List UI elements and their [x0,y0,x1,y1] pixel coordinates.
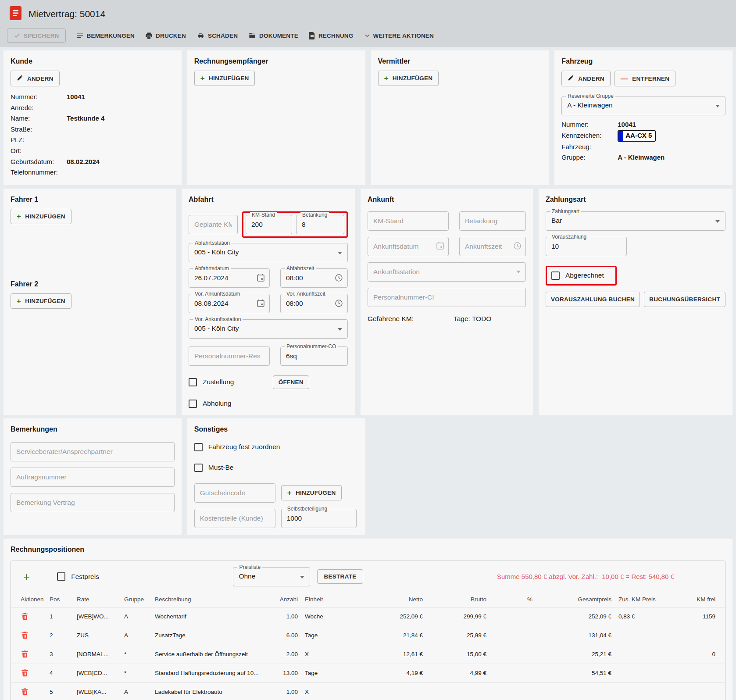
vor-ankunftsstation-select[interactable]: Vor. Ankunftsstation 005 - Köln City [189,319,348,339]
fahrer1-hinzufuegen-button[interactable]: + HINZUFÜGEN [11,209,71,224]
plus-icon: + [200,75,205,82]
folder-icon [248,32,256,39]
rechnungsempfaenger-hinzufuegen-button[interactable]: + HINZUFÜGEN [194,71,255,86]
fahrzeug-aendern-button[interactable]: ÄNDERN [561,71,611,86]
abgerechnet-checkbox-row: Abgerechnet [551,271,604,280]
chevron-down-icon [715,105,720,107]
abgerechnet-checkbox[interactable] [551,271,560,280]
cell-pos: 5 [46,682,73,700]
invoice-icon [309,32,315,39]
zahlungsart-select[interactable]: Zahlungsart Bar [546,211,725,231]
cell-brutto: 299,99 € [426,607,490,626]
cell-prozent [490,664,536,682]
cell-aktionen [11,664,46,682]
preisliste-select[interactable]: Preisliste Ohne [233,567,310,586]
personalnummer-res-input[interactable] [189,346,270,366]
fahrer2-hinzufuegen-button[interactable]: + HINZUFÜGEN [11,293,71,309]
calendar-icon[interactable] [256,273,265,284]
cell-netto [363,682,426,700]
ankunft-km-stand-input[interactable] [368,211,449,231]
cell-pos: 3 [46,645,73,664]
abfahrt-betankung-input[interactable] [297,215,344,234]
minus-icon: — [621,75,628,82]
personalnummer-ci-input[interactable] [368,288,526,307]
selbstbeteiligung-input[interactable] [282,509,356,528]
reservierte-gruppe-select[interactable]: Reservierte Gruppe A - Kleinwagen [561,96,725,115]
personalnummer-co-input[interactable] [281,347,347,365]
trash-icon[interactable] [21,668,29,678]
trash-icon[interactable] [21,631,29,640]
vorauszahlung-buchen-button[interactable]: VORAUSZAHLUNG BUCHEN [546,292,640,307]
column-header-km-frei: KM frei [690,592,725,607]
clock-icon[interactable] [334,273,343,284]
abfahrtsstation-select[interactable]: Abfahrtsstation 005 - Köln City [189,243,348,262]
cell-netto: 12,61 € [363,645,426,664]
cell-gruppe: A [121,626,151,645]
cell-einheit: Woche [301,607,363,626]
fahrzeug-title: Fahrzeug [561,57,725,65]
abholung-checkbox[interactable] [189,400,197,408]
abfahrt-title: Abfahrt [189,196,348,204]
kunde-aendern-button[interactable]: ÄNDERN [11,71,60,86]
kunde-row: PLZ: [11,135,175,146]
vermittler-hinzufuegen-button[interactable]: + HINZUFÜGEN [378,71,439,86]
clock-icon[interactable] [513,241,522,252]
calendar-icon[interactable] [436,241,445,252]
vorauszahlung-input[interactable] [546,237,626,256]
invoice-header-row: AktionenPosRateGruppeBeschreibungAnzahlE… [11,592,725,607]
invoice-row: 5[WEB]KA...ALadekabel für Elektroauto1.0… [11,682,725,700]
ankunft-betankung-input[interactable] [459,211,526,231]
abfahrt-km-stand-input[interactable] [246,215,292,234]
ankunftsstation-select[interactable] [368,262,526,282]
rechnungsempfaenger-title: Rechnungsempfänger [194,57,358,65]
drucken-button[interactable]: DRUCKEN [145,32,186,39]
geplante-km-input[interactable] [189,215,238,234]
save-button[interactable]: SPEICHERN [7,29,66,43]
festpreis-row: Festpreis [57,572,99,581]
must-be-checkbox[interactable] [194,464,203,472]
trash-icon[interactable] [21,687,29,697]
cell-gruppe: A [121,607,151,626]
trash-icon[interactable] [21,612,29,621]
auftragsnummer-input[interactable] [11,468,175,487]
column-header-zus-km-preis: Zus. KM Preis [615,592,690,607]
bestrate-button[interactable]: BESTRATE [317,569,363,584]
column-header-beschreibung: Beschreibung [151,592,274,607]
serviceberater-input[interactable] [11,442,175,461]
chevron-down-icon [300,576,304,579]
zustellung-checkbox[interactable] [189,378,197,386]
cell-pos: 1 [46,607,73,626]
abholung-checkbox-row: Abholung [189,400,232,408]
abfahrt-card: Abfahrt KM-Stand Betankung Abfahrtsstati… [182,189,355,415]
bemerkung-vertrag-input[interactable] [11,493,175,512]
buchungsuebersicht-button[interactable]: BUCHUNGSÜBERSICHT [644,292,725,307]
fahrzeug-fest-zuordnen-checkbox[interactable] [194,443,203,451]
bemerkungen-button[interactable]: BEMERKUNGEN [76,32,135,39]
zahlungsart-title: Zahlungsart [546,196,725,204]
cell-rate: [WEB]KA... [73,682,121,700]
dokumente-button[interactable]: DOKUMENTE [248,32,298,39]
schaeden-button[interactable]: SCHÄDEN [197,32,238,39]
cell-rate: [WEB]CD... [73,664,121,682]
car-damage-icon [197,32,205,39]
bemerkungen-title: Bemerkungen [11,425,175,433]
festpreis-checkbox[interactable] [57,572,65,581]
gutschein-hinzufuegen-button[interactable]: + HINZUFÜGEN [281,485,342,500]
weitere-aktionen-button[interactable]: WEITERE AKTIONEN [364,32,434,39]
toolbar: SPEICHERN BEMERKUNGEN DRUCKEN SCHÄDEN DO… [7,29,729,43]
clock-icon[interactable] [334,299,343,309]
chevron-down-icon [338,328,342,331]
calendar-icon[interactable] [256,299,265,309]
cell-gesamtpreis [536,682,615,700]
add-position-plus-icon[interactable]: + [23,572,30,582]
cell-zus-km-preis [615,645,690,664]
trash-icon[interactable] [21,650,29,659]
cell-aktionen [11,607,46,626]
gutscheincode-input[interactable] [194,483,275,503]
cell-rate: [WEB]WO... [73,607,121,626]
oeffnen-button[interactable]: ÖFFNEN [273,375,309,389]
kostenstelle-input[interactable] [194,509,275,528]
rechnung-button[interactable]: RECHNUNG [309,32,354,39]
fahrzeug-entfernen-button[interactable]: — ENTFERNEN [615,71,676,86]
cell-km-frei: 1159 [690,607,725,626]
